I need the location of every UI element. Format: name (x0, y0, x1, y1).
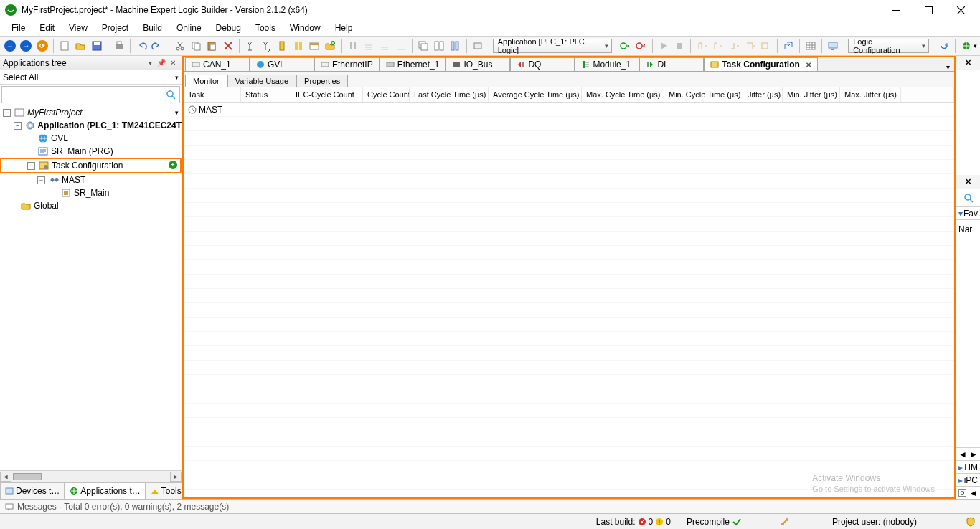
right-search[interactable] (956, 189, 980, 206)
doc-tab-gvl[interactable]: GVL (250, 57, 314, 71)
col-status[interactable]: Status (241, 87, 291, 102)
tree-scrollbar[interactable]: ◄► (0, 470, 182, 482)
menu-window[interactable]: Window (283, 22, 328, 34)
collapse-icon[interactable]: − (14, 122, 22, 130)
right-ipc[interactable]: ▸iPC (956, 473, 980, 486)
col-max-jitter[interactable]: Max. Jitter (µs) (840, 87, 901, 102)
panel-selector[interactable]: Select All ▾ (0, 70, 182, 85)
collapse-icon[interactable]: − (3, 109, 11, 117)
debug-step4-button[interactable] (743, 38, 757, 54)
logout-button[interactable] (633, 38, 648, 54)
external-button[interactable] (781, 38, 795, 54)
monitor-button[interactable] (826, 38, 840, 54)
col-jitter[interactable]: Jitter (µs) (743, 87, 783, 102)
tree-mast[interactable]: − MAST (0, 173, 182, 186)
doc-tab-ethernet1[interactable]: Ethernet_1 (380, 57, 446, 71)
login-button[interactable] (618, 38, 632, 54)
cut-button[interactable] (173, 38, 187, 54)
menu-help[interactable]: Help (328, 22, 360, 34)
device-button[interactable] (471, 38, 485, 54)
menu-view[interactable]: View (62, 22, 95, 34)
nav-fwd-button[interactable]: → (19, 38, 33, 54)
menu-project[interactable]: Project (95, 22, 136, 34)
new-button[interactable] (57, 38, 72, 54)
col-min-cycle[interactable]: Min. Cycle Time (µs) (664, 87, 743, 102)
col-last-cycle[interactable]: Last Cycle Time (µs) (410, 87, 489, 102)
tab-devices-tree[interactable]: Devices t… (0, 482, 65, 499)
sub-tab-variable-usage[interactable]: Variable Usage (227, 75, 296, 87)
redo-button[interactable] (150, 38, 164, 54)
close-icon[interactable]: ✕ (806, 61, 811, 69)
window-cascade-button[interactable] (416, 38, 430, 54)
config-combo[interactable]: Logic Configuration (848, 39, 929, 53)
menu-edit[interactable]: Edit (32, 22, 62, 34)
col-avg-cycle[interactable]: Average Cycle Time (µs) (489, 87, 582, 102)
col-iec-cycle[interactable]: IEC-Cycle Count (291, 87, 363, 102)
stop-button[interactable] (672, 38, 687, 54)
bookmark-list-button[interactable] (291, 38, 306, 54)
right-fav[interactable]: ▾Fav (956, 206, 980, 219)
tree-sr-main-prg[interactable]: SR_Main (PRG) (0, 145, 182, 158)
doc-tabs-dropdown[interactable]: ▾ (941, 63, 954, 71)
menu-build[interactable]: Build (136, 22, 169, 34)
library-button[interactable] (307, 38, 321, 54)
nav-home-button[interactable]: ⟳ (35, 38, 50, 54)
start-button[interactable] (656, 38, 670, 54)
panel-dropdown-button[interactable]: ▾ (144, 57, 156, 69)
tab-applications-tree[interactable]: Applications t… (65, 482, 145, 499)
add-folder-button[interactable] (323, 38, 337, 54)
catalog-button[interactable] (448, 38, 462, 54)
doc-tab-dq[interactable]: DQ (510, 57, 575, 71)
col-max-cycle[interactable]: Max. Cycle Time (µs) (582, 87, 664, 102)
find-button[interactable] (243, 38, 258, 54)
step-out-button[interactable] (393, 38, 407, 54)
col-cycle-count[interactable]: Cycle Count (363, 87, 410, 102)
copy-button[interactable] (189, 38, 203, 54)
delete-button[interactable] (220, 38, 235, 54)
add-badge-icon[interactable]: + (169, 161, 177, 169)
menu-file[interactable]: File (4, 22, 32, 34)
right-d[interactable]: D◄ (956, 486, 980, 499)
collapse-icon[interactable]: − (27, 162, 35, 170)
debug-step2-button[interactable] (710, 38, 725, 54)
minimize-button[interactable] (880, 0, 913, 20)
context-combo[interactable]: Application [PLC_1: PLC Logic] (493, 39, 612, 53)
panel-close-button[interactable]: ✕ (167, 57, 179, 69)
paste-button[interactable] (204, 38, 219, 54)
doc-tab-module1[interactable]: Module_1 (575, 57, 639, 71)
close-button[interactable] (945, 0, 977, 20)
run-button[interactable] (345, 38, 359, 54)
panel-pin-button[interactable]: 📌 (156, 57, 167, 69)
menu-online[interactable]: Online (169, 22, 209, 34)
right-nav[interactable]: ◄► (956, 447, 980, 460)
doc-tab-task-configuration[interactable]: Task Configuration✕ (704, 57, 817, 71)
connect-button[interactable] (959, 38, 974, 54)
maximize-button[interactable] (913, 0, 945, 20)
undo-button[interactable] (134, 38, 149, 54)
collapse-icon[interactable]: − (37, 176, 45, 184)
sub-tab-properties[interactable]: Properties (296, 75, 348, 87)
bookmark-button[interactable] (275, 38, 289, 54)
doc-tab-can1[interactable]: CAN_1 (185, 57, 250, 71)
menu-tools[interactable]: Tools (248, 22, 283, 34)
doc-tab-ethernetip[interactable]: EthernetIP (314, 57, 380, 71)
sub-tab-monitor[interactable]: Monitor (185, 75, 227, 87)
step-over-button[interactable] (362, 38, 376, 54)
messages-bar[interactable]: Messages - Total 0 error(s), 0 warning(s… (0, 499, 980, 513)
doc-tab-iobus[interactable]: IO_Bus (446, 57, 510, 71)
tree-task-configuration[interactable]: − Task Configuration (1, 159, 180, 172)
grid-row-mast[interactable]: MAST (184, 103, 954, 117)
debug-step1-button[interactable] (694, 38, 709, 54)
window-tile-button[interactable] (432, 38, 446, 54)
col-task[interactable]: Task (184, 87, 241, 102)
right-close-button[interactable]: ✕ (956, 56, 980, 70)
debug-step3-button[interactable] (727, 38, 741, 54)
right-close-button-2[interactable]: ✕ (956, 175, 980, 189)
tree-sr-main[interactable]: SR_Main (0, 186, 182, 199)
debug-step5-button[interactable] (758, 38, 773, 54)
nav-back-button[interactable]: ← (3, 38, 17, 54)
tree-search-input[interactable] (2, 89, 179, 100)
tree-application[interactable]: − Application (PLC_1: TM241CEC24T (0, 119, 182, 132)
open-button[interactable] (73, 38, 88, 54)
refresh-button[interactable] (937, 38, 951, 54)
